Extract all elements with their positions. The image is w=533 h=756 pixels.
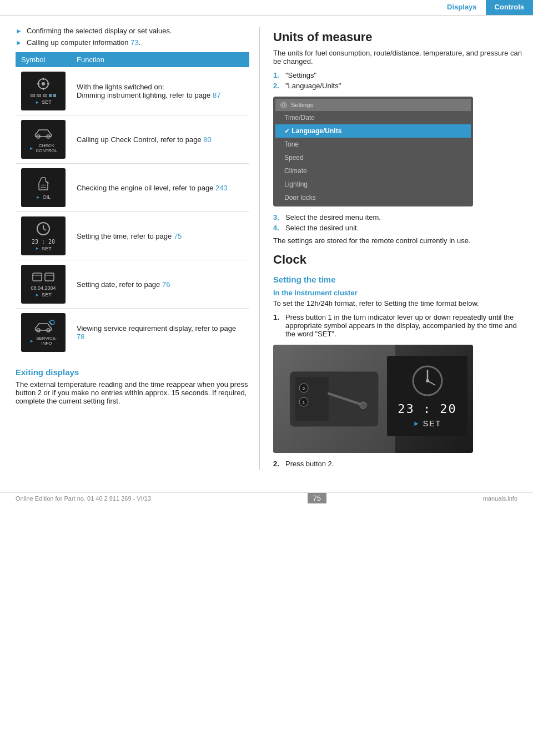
function-cell-clock: Setting the time, refer to page 75: [71, 212, 249, 260]
table-row: ► OIL Checking the engine oil level, ref…: [16, 164, 249, 212]
set-label: SET: [423, 419, 441, 428]
service-car-icon: [31, 319, 56, 335]
svg-point-1: [42, 82, 45, 85]
set-row: ► SET: [413, 419, 441, 428]
units-step-4: 4. Select the desired unit.: [273, 224, 523, 232]
function-text-lights-2: Dimming instrument lighting, refer to pa…: [77, 91, 244, 99]
settings-menu-item[interactable]: Door locks: [275, 191, 471, 204]
svg-point-20: [281, 102, 287, 108]
units-step-1-text: "Settings": [285, 71, 316, 79]
units-step-1: 1. "Settings": [273, 71, 523, 79]
clock-display-panel: 23 : 20 ► SET: [387, 356, 467, 436]
settings-menu-item[interactable]: Climate: [275, 164, 471, 178]
table-row: 08.04.2004 ► SET Setting date, refer to …: [16, 260, 249, 309]
settings-menu-item[interactable]: ✓ Language/Units: [275, 124, 471, 138]
page-link-75[interactable]: 75: [174, 232, 182, 240]
page-link-78[interactable]: 78: [77, 332, 84, 341]
clock-step-1-num: 1.: [273, 313, 285, 338]
clock-symbol-icon: [33, 221, 54, 239]
oil-icon: [33, 175, 53, 193]
car-interior-svg: 2 1: [279, 355, 390, 443]
left-column: ► Confirming the selected display or set…: [0, 27, 260, 470]
units-step-3-num: 3.: [273, 213, 285, 221]
symbol-oil-img: ► OIL: [21, 168, 66, 207]
clock-heading: Clock: [273, 253, 523, 267]
settings-menu-list: Time/Date✓ Language/UnitsToneSpeedClimat…: [275, 111, 471, 204]
clock-step-2-num: 2.: [273, 460, 285, 468]
symbol-service-img: ► SERVICE- INFO: [21, 313, 66, 352]
exiting-displays-body: The external temperature reading and the…: [16, 380, 249, 405]
exiting-displays-heading: Exiting displays: [16, 367, 249, 377]
symbol-lights-img: ► SET: [21, 72, 66, 110]
symbol-car-img: ► CHECK CONTROL: [21, 120, 66, 159]
units-step-2: 2. "Language/Units": [273, 82, 523, 90]
bullet-item-2: ► Calling up computer information 73.: [16, 38, 249, 47]
header-controls-tab: Controls: [486, 0, 533, 15]
page-link-76[interactable]: 76: [162, 280, 170, 289]
clock-intro: To set the 12h/24h format, refer to Sett…: [273, 299, 523, 308]
page-link-80[interactable]: 80: [203, 135, 211, 144]
svg-point-18: [50, 320, 54, 325]
settings-menu-item[interactable]: Time/Date: [275, 111, 471, 124]
clock-step-2: 2. Press button 2.: [273, 460, 523, 468]
settings-menu-item[interactable]: Lighting: [275, 178, 471, 191]
units-step-2-text: "Language/Units": [285, 82, 341, 90]
page-footer: Online Edition for Part no. 01 40 2 911 …: [0, 492, 533, 503]
car-controls-image: 2 1 23 : 20 ►: [273, 345, 473, 453]
setting-time-heading: Setting the time: [273, 275, 523, 284]
page-body: ► Confirming the selected display or set…: [0, 16, 533, 470]
page-number: 75: [308, 493, 326, 503]
symbol-clock-img: 23 : 20 ► SET: [21, 216, 66, 255]
lights-icon: [33, 77, 53, 93]
svg-rect-12: [45, 273, 54, 281]
units-step-2-num: 2.: [273, 82, 285, 90]
units-step-1-num: 1.: [273, 71, 285, 79]
exiting-displays-section: Exiting displays The external temperatur…: [16, 367, 249, 405]
table-row: ► SERVICE- INFO Viewing service requirem…: [16, 309, 249, 357]
symbol-cell-checkcontrol: ► CHECK CONTROL: [16, 115, 71, 164]
settings-menu-item[interactable]: Tone: [275, 138, 471, 151]
clock-display-icon: [411, 364, 444, 397]
svg-point-32: [426, 379, 429, 382]
settings-menu-item[interactable]: Speed: [275, 151, 471, 164]
symbol-date-img: 08.04.2004 ► SET: [21, 265, 66, 304]
settings-screenshot: Settings Time/Date✓ Language/UnitsToneSp…: [273, 97, 473, 206]
function-cell-date: Setting date, refer to page 76: [71, 260, 249, 309]
symbol-cell-service: ► SERVICE- INFO: [16, 309, 71, 357]
page-link-243[interactable]: 243: [215, 184, 228, 192]
symbol-cell-lights: ► SET: [16, 67, 71, 115]
car-interior-panel: 2 1: [273, 345, 395, 453]
table-col-symbol: Symbol: [16, 52, 71, 67]
page-link-73[interactable]: 73: [130, 38, 138, 47]
svg-rect-11: [33, 273, 42, 281]
units-footer-text: The settings are stored for the remote c…: [273, 236, 523, 245]
units-step-4-num: 4.: [273, 224, 285, 232]
svg-text:2: 2: [303, 386, 305, 391]
function-text-lights-1: With the lights switched on:: [77, 83, 244, 91]
symbol-cell-date: 08.04.2004 ► SET: [16, 260, 71, 309]
svg-line-10: [43, 229, 46, 230]
table-row: ► SET With the lights switched on: Dimmi…: [16, 67, 249, 115]
symbol-function-table: Symbol Function: [16, 52, 249, 356]
function-cell-service: Viewing service requirement display, ref…: [71, 309, 249, 357]
units-step-3: 3. Select the desired menu item.: [273, 213, 523, 221]
units-heading: Units of measure: [273, 30, 523, 44]
play-arrow-icon: ►: [413, 420, 420, 427]
function-cell-checkcontrol: Calling up Check Control, refer to page …: [71, 115, 249, 164]
symbol-cell-clock: 23 : 20 ► SET: [16, 212, 71, 260]
symbol-cell-oil: ► OIL: [16, 164, 71, 212]
svg-point-19: [283, 104, 285, 107]
page-link-87[interactable]: 87: [213, 91, 220, 99]
header-displays-tab: Displays: [438, 0, 485, 15]
units-step-3-text: Select the desired menu item.: [285, 213, 381, 221]
units-intro: The units for fuel consumption, route/di…: [273, 49, 523, 65]
bullet-item-1: ► Confirming the selected display or set…: [16, 27, 249, 35]
svg-point-28: [360, 402, 366, 409]
car-icon: [31, 125, 56, 141]
bullet-arrow-icon-2: ►: [16, 39, 22, 47]
footer-site: manuals.info: [483, 495, 517, 502]
units-step-4-text: Select the desired unit.: [285, 224, 359, 232]
clock-step-1: 1. Press button 1 in the turn indicator …: [273, 313, 523, 338]
footer-edition-text: Online Edition for Part no. 01 40 2 911 …: [16, 495, 151, 502]
settings-gear-icon: [280, 101, 288, 109]
